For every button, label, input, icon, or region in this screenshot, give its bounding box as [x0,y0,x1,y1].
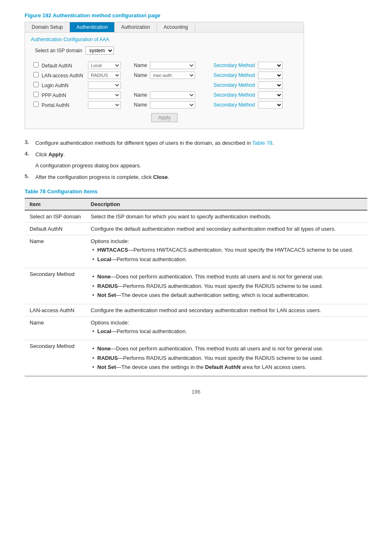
list-item: RADIUS—Performs RADIUS authentication. Y… [91,282,362,290]
tab-accounting[interactable]: Accounting [157,22,195,32]
ui-panel: Domain Setup Authentication Authorizatio… [25,22,304,129]
item-default-authn: Default AuthN [25,223,86,235]
table-row: LAN-access AuthN Configure the authentic… [25,304,367,316]
apply-button[interactable]: Apply [151,113,178,122]
item-name-default: Name [25,235,86,268]
figure-title: Figure 192 Authentication method configu… [25,12,367,19]
name-label-portal: Name [132,102,149,108]
secondary-options-list-lan: None—Does not perform authentication. Th… [91,345,362,371]
method-cell-portal [85,100,130,110]
panel-body: Authentication Configuration of AAA Sele… [25,32,304,129]
method-select-login[interactable] [88,81,121,89]
step-number-3: 3. [25,139,35,145]
table-row: Login AuthN Secondary Method [31,80,298,90]
authn-label-portal: Portal AuthN [42,102,69,108]
checkbox-cell-ppp: PPP AuthN [31,90,85,100]
list-item: HWTACACS—Performs HWTACACS authenticatio… [91,246,362,254]
checkbox-lan-authn[interactable] [33,72,39,77]
desc-name-default: Options include: HWTACACS—Performs HWTAC… [86,235,367,268]
tab-authentication[interactable]: Authentication [70,22,115,32]
table-row: Portal AuthN Name Secondary [31,100,298,110]
checkbox-login-authn[interactable] [33,82,39,87]
tab-authorization[interactable]: Authorization [115,22,157,32]
table-78-link[interactable]: Table 78 [252,140,272,146]
table-78-title: Table 78 Configuration items [25,188,367,195]
step-text-3: Configure authentication methods for dif… [35,139,274,147]
method-select-default[interactable]: Local [88,62,121,69]
name-label-default: Name [132,63,149,68]
tab-bar: Domain Setup Authentication Authorizatio… [25,22,304,32]
desc-secondary-lan: None—Does not perform authentication. Th… [86,340,367,376]
table-row: Name Options include: HWTACACS—Performs … [25,235,367,268]
col-header-item: Item [25,198,86,210]
name-cell-login [130,80,210,90]
isp-label: Select an ISP domain [35,48,82,53]
secondary-select-login[interactable] [258,81,283,89]
config-table: Item Description Select an ISP domain Se… [25,198,367,376]
tab-domain-setup[interactable]: Domain Setup [25,22,70,32]
list-item: Not Set—The device uses the default auth… [91,291,362,299]
checkbox-ppp-authn[interactable] [33,92,39,97]
item-isp-domain: Select an ISP domain [25,210,86,223]
isp-domain-select[interactable]: system [85,46,114,55]
page-number: 196 [25,389,367,395]
secondary-cell-lan: Secondary Method [209,70,298,80]
secondary-select-portal[interactable] [258,101,283,109]
col-header-description: Description [86,198,367,210]
name-select-portal[interactable] [150,101,195,109]
steps-section: 3. Configure authentication methods for … [25,139,367,181]
name-select-default[interactable] [150,62,195,69]
checkbox-portal-authn[interactable] [33,102,39,107]
secondary-cell-default: Secondary Method [209,60,298,70]
list-item: Local—Performs local authentication. [91,327,362,336]
secondary-label-ppp: Secondary Method [212,92,256,98]
name-label-ppp: Name [132,92,149,98]
item-secondary-lan: Secondary Method [25,340,86,376]
list-item: Local—Performs local authentication. [91,255,362,264]
secondary-options-list-default: None—Does not perform authentication. Th… [91,273,362,299]
secondary-select-default[interactable] [258,62,283,69]
checkbox-cell-login: Login AuthN [31,80,85,90]
name-cell-default: Name [130,60,210,70]
table-row: LAN-access AuthN RADIUS Name mac-auth [31,70,298,80]
list-item: RADIUS—Performs RADIUS authentication. Y… [91,354,362,362]
name-label-lan: Name [132,72,149,78]
name-options-list-lan: Local—Performs local authentication. [91,327,362,336]
secondary-select-ppp[interactable] [258,91,283,99]
desc-name-lan: Options include: Local—Performs local au… [86,316,367,340]
secondary-label-lan: Secondary Method [212,72,256,78]
table-row: Secondary Method None—Does not perform a… [25,340,367,376]
method-cell-ppp [85,90,130,100]
desc-default-authn: Configure the default authentication met… [86,223,367,235]
secondary-cell-portal: Secondary Method [209,100,298,110]
method-select-portal[interactable] [88,101,121,109]
name-options-list: HWTACACS—Performs HWTACACS authenticatio… [91,246,362,263]
step-text-5: After the configuration progress is comp… [35,173,169,181]
desc-isp-domain: Select the ISP domain for which you want… [86,210,367,223]
secondary-label-portal: Secondary Method [212,102,256,108]
secondary-cell-ppp: Secondary Method [209,90,298,100]
name-select-ppp[interactable] [150,91,195,99]
secondary-cell-login: Secondary Method [209,80,298,90]
isp-row: Select an ISP domain system [35,46,298,55]
list-item: Not Set—The device uses the settings in … [91,363,362,371]
checkbox-cell-portal: Portal AuthN [31,100,85,110]
item-name-lan: Name [25,316,86,340]
list-item: None—Does not perform authentication. Th… [91,273,362,281]
step-3: 3. Configure authentication methods for … [25,139,367,147]
checkbox-default-authn[interactable] [33,62,39,67]
secondary-label-default: Secondary Method [212,63,256,68]
name-select-lan[interactable]: mac-auth [150,72,195,79]
list-item: None—Does not perform authentication. Th… [91,345,362,353]
item-secondary-default: Secondary Method [25,268,86,304]
method-cell-lan: RADIUS [85,70,130,80]
table-row: Select an ISP domain Select the ISP doma… [25,210,367,223]
secondary-select-lan[interactable] [258,72,283,79]
name-cell-portal: Name [130,100,210,110]
method-select-lan[interactable]: RADIUS [88,72,121,79]
method-select-ppp[interactable] [88,91,121,99]
desc-secondary-default: None—Does not perform authentication. Th… [86,268,367,304]
table-row: Name Options include: Local—Performs loc… [25,316,367,340]
authn-label-lan: LAN-access AuthN [42,73,83,79]
authn-label-default: Default AuthN [42,63,72,69]
